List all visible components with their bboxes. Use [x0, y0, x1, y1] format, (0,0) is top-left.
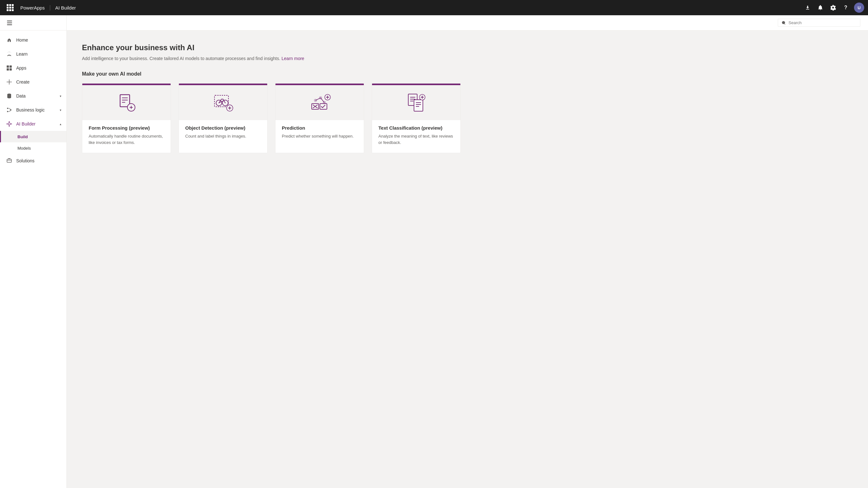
app-title: AI Builder	[55, 5, 76, 10]
home-icon	[6, 37, 12, 43]
topbar: PowerApps AI Builder ? U	[0, 0, 868, 15]
sidebar-item-ai-builder[interactable]: AI Builder ▴	[0, 117, 66, 131]
svg-rect-33	[414, 100, 423, 111]
sidebar-item-home[interactable]: Home	[0, 33, 66, 47]
card-icon-area-2	[179, 85, 267, 120]
section-heading: Make your own AI model	[82, 71, 853, 77]
svg-rect-13	[7, 159, 11, 162]
help-button[interactable]: ?	[840, 2, 851, 13]
search-wrapper[interactable]	[778, 19, 860, 27]
sidebar-item-models[interactable]: Models	[0, 142, 66, 154]
page-content: Enhance your business with AI Add intell…	[67, 30, 868, 488]
download-button[interactable]	[802, 2, 813, 13]
cards-grid: Form Processing (preview) Automatically …	[82, 83, 853, 153]
data-chevron-icon: ▾	[60, 94, 61, 98]
logic-icon	[6, 107, 12, 113]
card-title-2: Object Detection (preview)	[185, 125, 261, 130]
solutions-icon	[6, 158, 12, 164]
object-detection-icon	[212, 92, 234, 114]
card-body-2: Object Detection (preview) Count and lab…	[179, 120, 267, 146]
page-heading: Enhance your business with AI	[82, 43, 853, 52]
sidebar-nav: Home Learn Apps	[0, 30, 66, 170]
sidebar-item-business-logic[interactable]: Business logic ▾	[0, 103, 66, 117]
card-title-3: Prediction	[282, 125, 358, 130]
sidebar-item-ai-builder-label: AI Builder	[16, 121, 36, 126]
card-desc-1: Automatically handle routine documents, …	[89, 133, 164, 146]
card-body-4: Text Classification (preview) Analyze th…	[372, 120, 460, 152]
waffle-menu-button[interactable]	[4, 1, 17, 14]
card-body-1: Form Processing (preview) Automatically …	[82, 120, 170, 152]
card-title-1: Form Processing (preview)	[89, 125, 164, 130]
sidebar-item-solutions[interactable]: Solutions	[0, 154, 66, 168]
user-avatar[interactable]: U	[854, 3, 864, 13]
avatar-initials: U	[858, 5, 860, 10]
main-layout: Home Learn Apps	[0, 15, 868, 488]
svg-rect-3	[9, 68, 12, 70]
sidebar-item-create[interactable]: Create	[0, 75, 66, 89]
sidebar-item-apps[interactable]: Apps	[0, 61, 66, 75]
search-icon	[782, 21, 786, 25]
card-body-3: Prediction Predict whether something wil…	[275, 120, 364, 146]
search-bar	[67, 15, 868, 30]
svg-point-7	[7, 111, 8, 112]
prediction-card[interactable]: Prediction Predict whether something wil…	[275, 83, 364, 153]
svg-point-11	[7, 124, 8, 125]
content-area: Enhance your business with AI Add intell…	[67, 15, 868, 488]
svg-rect-1	[9, 65, 12, 68]
sidebar-item-data-label: Data	[16, 93, 26, 98]
sidebar-top	[0, 15, 66, 30]
sidebar-item-build-label: Build	[18, 134, 28, 139]
create-icon	[6, 79, 12, 85]
book-icon	[6, 51, 12, 57]
text-classification-card[interactable]: Text Classification (preview) Analyze th…	[372, 83, 461, 153]
learn-more-link[interactable]: Learn more	[281, 56, 304, 61]
ai-icon	[6, 121, 12, 127]
help-icon: ?	[844, 5, 847, 10]
settings-button[interactable]	[827, 2, 839, 13]
topbar-icons: ? U	[802, 2, 864, 13]
form-processing-card[interactable]: Form Processing (preview) Automatically …	[82, 83, 171, 153]
gear-icon	[830, 5, 836, 10]
page-subtext: Add intelligence to your business. Creat…	[82, 56, 853, 61]
sidebar-item-learn-label: Learn	[16, 52, 28, 57]
svg-point-12	[11, 124, 12, 125]
sidebar-item-build[interactable]: Build	[0, 131, 66, 142]
card-title-4: Text Classification (preview)	[378, 125, 454, 130]
svg-point-9	[9, 121, 10, 122]
card-desc-3: Predict whether something will happen.	[282, 133, 358, 140]
svg-point-10	[9, 126, 10, 127]
text-classification-icon	[405, 92, 427, 114]
business-logic-chevron-icon: ▾	[60, 108, 61, 112]
svg-point-8	[8, 123, 10, 125]
sidebar-item-apps-label: Apps	[16, 65, 26, 70]
sidebar: Home Learn Apps	[0, 15, 67, 488]
card-desc-4: Analyze the meaning of text, like review…	[378, 133, 454, 146]
waffle-icon	[7, 4, 14, 11]
card-icon-area-1	[82, 85, 170, 120]
notifications-button[interactable]	[815, 2, 826, 13]
object-detection-card[interactable]: Object Detection (preview) Count and lab…	[179, 83, 268, 153]
data-icon	[6, 93, 12, 99]
hamburger-icon	[7, 21, 12, 25]
sidebar-toggle-button[interactable]	[4, 17, 15, 29]
svg-rect-2	[7, 68, 9, 70]
sidebar-item-create-label: Create	[16, 80, 30, 85]
apps-icon	[6, 65, 12, 71]
svg-point-5	[7, 108, 8, 109]
card-desc-2: Count and label things in images.	[185, 133, 261, 140]
sidebar-item-data[interactable]: Data ▾	[0, 89, 66, 103]
svg-rect-0	[7, 65, 9, 68]
sidebar-item-models-label: Models	[18, 146, 31, 151]
sidebar-item-business-logic-label: Business logic	[16, 108, 45, 113]
card-icon-area-3	[275, 85, 364, 120]
prediction-icon	[309, 92, 331, 114]
form-processing-icon	[115, 92, 137, 114]
card-icon-area-4	[372, 85, 460, 120]
ai-builder-chevron-icon: ▴	[60, 122, 61, 126]
bell-icon	[817, 5, 823, 10]
search-input[interactable]	[788, 20, 856, 25]
sidebar-item-solutions-label: Solutions	[16, 158, 35, 163]
sidebar-item-learn[interactable]: Learn	[0, 47, 66, 61]
page-subtext-text: Add intelligence to your business. Creat…	[82, 56, 280, 61]
download-icon	[805, 5, 810, 10]
